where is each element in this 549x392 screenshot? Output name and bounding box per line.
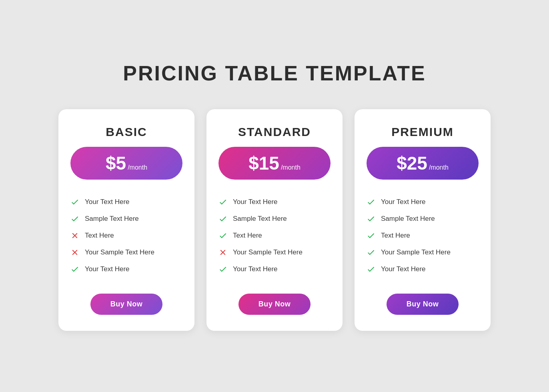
price-amount-basic: $5 — [106, 152, 126, 174]
feature-text: Sample Text Here — [85, 215, 139, 223]
features-list-basic: Your Text HereSample Text HereText HereY… — [70, 194, 182, 278]
list-item: Your Sample Text Here — [367, 244, 479, 261]
checkmark-icon — [218, 265, 227, 274]
feature-text: Your Sample Text Here — [381, 248, 451, 256]
list-item: Text Here — [218, 227, 331, 244]
price-badge-premium: $25/month — [367, 147, 479, 180]
feature-text: Text Here — [233, 232, 262, 240]
feature-text: Sample Text Here — [381, 215, 435, 223]
list-item: Sample Text Here — [218, 210, 331, 227]
cross-icon — [70, 248, 79, 257]
checkmark-icon — [367, 198, 375, 206]
page-title: PRICING TABLE TEMPLATE — [123, 61, 426, 85]
list-item: Your Text Here — [70, 194, 182, 210]
price-period-standard: /month — [281, 164, 301, 171]
checkmark-icon — [367, 231, 375, 240]
checkmark-icon — [367, 248, 375, 257]
list-item: Sample Text Here — [70, 210, 182, 227]
list-item: Your Text Here — [218, 261, 331, 278]
features-list-premium: Your Text HereSample Text HereText HereY… — [367, 194, 479, 278]
price-period-premium: /month — [429, 164, 449, 171]
buy-button-standard[interactable]: Buy Now — [238, 294, 311, 315]
feature-text: Sample Text Here — [233, 215, 287, 223]
feature-text: Your Text Here — [381, 265, 426, 273]
checkmark-icon — [367, 214, 375, 223]
checkmark-icon — [70, 214, 79, 223]
price-badge-standard: $15/month — [218, 147, 331, 180]
list-item: Text Here — [367, 227, 479, 244]
checkmark-icon — [70, 265, 79, 274]
cross-icon — [218, 248, 227, 257]
feature-text: Your Text Here — [85, 265, 130, 273]
plan-name-basic: BASIC — [106, 125, 147, 139]
price-amount-premium: $25 — [397, 152, 427, 174]
buy-button-premium[interactable]: Buy Now — [387, 294, 459, 315]
feature-text: Your Text Here — [381, 198, 426, 206]
list-item: Your Sample Text Here — [70, 244, 182, 261]
list-item: Sample Text Here — [367, 210, 479, 227]
cross-icon — [70, 231, 79, 240]
feature-text: Your Sample Text Here — [233, 248, 303, 256]
plan-name-premium: PREMIUM — [391, 125, 454, 139]
checkmark-icon — [218, 231, 227, 240]
price-amount-standard: $15 — [248, 152, 279, 174]
feature-text: Your Text Here — [233, 265, 278, 273]
list-item: Your Text Here — [218, 194, 331, 210]
features-list-standard: Your Text HereSample Text HereText HereY… — [218, 194, 331, 278]
list-item: Your Text Here — [367, 261, 479, 278]
feature-text: Your Text Here — [233, 198, 278, 206]
list-item: Your Text Here — [70, 261, 182, 278]
pricing-card-standard: STANDARD$15/monthYour Text HereSample Te… — [206, 109, 343, 331]
checkmark-icon — [218, 214, 227, 223]
checkmark-icon — [70, 198, 79, 206]
list-item: Your Text Here — [367, 194, 479, 210]
list-item: Your Sample Text Here — [218, 244, 331, 261]
plan-name-standard: STANDARD — [238, 125, 311, 139]
pricing-container: BASIC$5/monthYour Text HereSample Text H… — [34, 109, 515, 331]
feature-text: Text Here — [381, 232, 410, 240]
pricing-card-premium: PREMIUM$25/monthYour Text HereSample Tex… — [355, 109, 491, 331]
checkmark-icon — [218, 198, 227, 206]
price-period-basic: /month — [128, 164, 147, 171]
feature-text: Your Text Here — [85, 198, 130, 206]
checkmark-icon — [367, 265, 375, 274]
feature-text: Text Here — [85, 232, 114, 240]
price-badge-basic: $5/month — [70, 147, 182, 180]
feature-text: Your Sample Text Here — [85, 248, 154, 256]
buy-button-basic[interactable]: Buy Now — [90, 294, 163, 315]
list-item: Text Here — [70, 227, 182, 244]
pricing-card-basic: BASIC$5/monthYour Text HereSample Text H… — [58, 109, 194, 331]
